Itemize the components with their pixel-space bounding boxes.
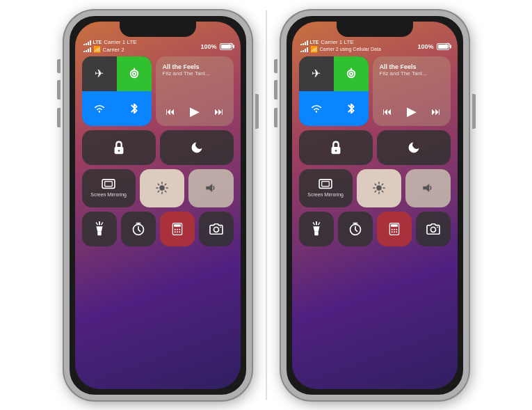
svg-point-34 (213, 227, 218, 232)
phone-screen-right: LTE Carrier 1 LTE 📶 Carrier 2 using Cell… (292, 22, 458, 389)
svg-marker-53 (424, 184, 430, 192)
flashlight-tile-right[interactable] (299, 212, 334, 246)
phone-left: LTE Carrier 1 LTE 📶 Carrier 2 100% (64, 10, 252, 400)
mute-btn-left[interactable] (57, 59, 61, 73)
svg-point-28 (174, 228, 175, 230)
camera-tile-left[interactable] (199, 212, 234, 246)
svg-point-64 (391, 228, 392, 230)
prev-button-right[interactable]: ⏮ (382, 106, 392, 117)
media-artist-left: Fitz and The Tant... (163, 70, 227, 77)
camera-tile-right[interactable] (416, 212, 451, 246)
timer-tile-left[interactable] (121, 212, 156, 246)
mute-btn-right[interactable] (274, 59, 277, 73)
screen-mirror-label-right: Screen Mirroring (307, 192, 344, 197)
moon-tile-left[interactable] (160, 130, 234, 165)
svg-point-3 (98, 111, 99, 112)
play-button-right[interactable]: ▶ (407, 104, 417, 119)
svg-point-44 (376, 185, 382, 191)
screen-mirror-left[interactable]: Screen Mirroring (82, 169, 136, 207)
vol-down-left[interactable] (57, 108, 61, 127)
svg-point-71 (437, 226, 438, 228)
svg-point-37 (349, 72, 353, 75)
svg-line-14 (165, 191, 166, 192)
svg-point-69 (396, 231, 397, 232)
moon-tile-right[interactable] (377, 130, 451, 165)
vol-up-right[interactable] (274, 80, 277, 100)
svg-point-35 (220, 226, 221, 228)
brightness-tile-right[interactable] (357, 169, 401, 207)
timer-tile-right[interactable] (338, 212, 373, 246)
row2-right (299, 130, 451, 165)
svg-point-41 (334, 150, 337, 152)
svg-line-58 (318, 222, 319, 224)
vol-down-right[interactable] (274, 108, 277, 127)
lock-tile-left[interactable] (82, 130, 156, 165)
svg-point-5 (118, 150, 120, 152)
calculator-tile-left[interactable] (160, 212, 195, 246)
cellular-right[interactable] (334, 56, 369, 91)
wifi-right[interactable] (299, 91, 334, 126)
calculator-tile-right[interactable] (377, 212, 412, 246)
media-tile-right[interactable]: All the Feels Fitz and The Tant... ⏮ ▶ ⏭ (373, 56, 451, 126)
row4-right (299, 212, 451, 246)
play-button-left[interactable]: ▶ (190, 104, 200, 119)
carrier2-right: 📶 Carrier 2 using Cellular Data (300, 46, 381, 54)
media-info-left: All the Feels Fitz and The Tant... (163, 63, 227, 77)
svg-point-68 (394, 231, 395, 232)
carrier2-left: 📶 Carrier 2 (83, 46, 137, 54)
airplay-indicator-left: ⊙ (228, 41, 234, 49)
airplane-mode-left[interactable]: ✈ (82, 56, 117, 91)
svg-line-21 (96, 222, 97, 224)
vol-up-left[interactable] (57, 80, 61, 100)
svg-rect-6 (102, 180, 115, 188)
svg-point-70 (430, 227, 435, 232)
svg-point-65 (394, 228, 395, 230)
svg-point-8 (159, 185, 165, 191)
volume-tile-left[interactable] (188, 169, 233, 207)
phone-frame-right: LTE Carrier 1 LTE 📶 Carrier 2 using Cell… (281, 10, 469, 400)
next-button-right[interactable]: ⏭ (431, 106, 441, 117)
svg-point-31 (174, 231, 175, 232)
svg-marker-18 (96, 226, 102, 231)
carrier1-left: LTE Carrier 1 LTE (83, 39, 137, 46)
notch-left (120, 22, 196, 37)
flashlight-tile-left[interactable] (82, 212, 117, 246)
media-title-right: All the Feels (380, 63, 444, 70)
bluetooth-left[interactable] (117, 91, 152, 126)
svg-point-29 (177, 228, 178, 230)
row4-left (82, 212, 234, 246)
media-tile-left[interactable]: All the Feels Fitz and The Tant... ⏮ ▶ ⏭ (156, 56, 234, 126)
row2-left (82, 130, 234, 165)
svg-line-15 (165, 184, 166, 185)
power-btn-left[interactable] (255, 94, 259, 129)
media-artist-right: Fitz and The Tant... (380, 70, 444, 77)
lock-tile-right[interactable] (299, 130, 373, 165)
screen-mirror-right[interactable]: Screen Mirroring (299, 169, 353, 207)
next-button-left[interactable]: ⏭ (214, 106, 224, 117)
carrier1-right: LTE Carrier 1 LTE (300, 39, 381, 46)
airplay-indicator-right: ⊙ (445, 41, 451, 49)
cellular-left[interactable] (117, 56, 152, 91)
media-title-left: All the Feels (163, 63, 227, 70)
row1-left: ✈ (82, 56, 234, 126)
svg-rect-42 (319, 180, 332, 188)
svg-point-0 (130, 70, 138, 77)
signal-bars-left (83, 40, 91, 45)
svg-point-39 (315, 111, 316, 112)
volume-tile-right[interactable] (405, 169, 450, 207)
bluetooth-right[interactable] (334, 91, 369, 126)
brightness-tile-left[interactable] (140, 169, 184, 207)
svg-line-13 (158, 184, 159, 185)
status-left-left: LTE Carrier 1 LTE 📶 Carrier 2 (83, 39, 137, 53)
airplane-mode-right[interactable]: ✈ (299, 56, 334, 91)
svg-rect-7 (105, 182, 113, 187)
prev-button-left[interactable]: ⏮ (166, 106, 175, 117)
control-center-left: ✈ (82, 56, 234, 382)
wifi-left[interactable] (82, 91, 117, 126)
svg-rect-43 (322, 182, 330, 187)
control-center-right: ✈ (299, 56, 451, 382)
power-btn-right[interactable] (472, 94, 476, 129)
svg-marker-17 (207, 184, 213, 192)
status-bar-left: LTE Carrier 1 LTE 📶 Carrier 2 100% (83, 40, 232, 54)
status-left-right: LTE Carrier 1 LTE 📶 Carrier 2 using Cell… (300, 39, 381, 53)
